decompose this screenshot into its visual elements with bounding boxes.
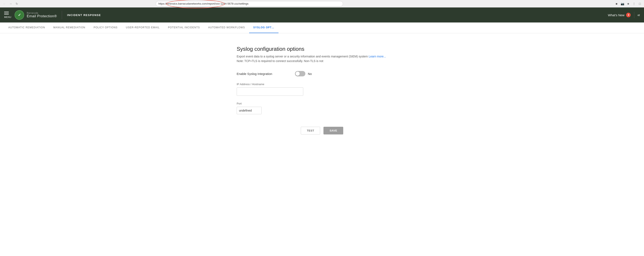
content-inner: Syslog configuration options Export even… bbox=[228, 46, 416, 134]
whats-new-label: What's New bbox=[608, 13, 625, 17]
learn-more-link[interactable]: Learn more... bbox=[368, 55, 386, 58]
menu-button[interactable]: MENU bbox=[4, 12, 11, 18]
tab-automatic-remediation[interactable]: AUTOMATIC REMEDIATION bbox=[4, 22, 49, 33]
extension-icon-3[interactable]: ⋮ bbox=[632, 2, 636, 6]
refresh-button[interactable]: ↻ bbox=[14, 2, 19, 6]
page-description: Export event data to a syslog server or … bbox=[237, 55, 407, 58]
section-label: INCIDENT RESPONSE bbox=[67, 14, 101, 17]
header-divider bbox=[62, 11, 62, 19]
header-right-divider bbox=[634, 12, 634, 18]
url-text: https://forensics.barracudanetworks.com/… bbox=[158, 2, 248, 5]
port-input[interactable] bbox=[237, 107, 262, 114]
header-right: What's New 3 et bbox=[608, 12, 640, 18]
save-button[interactable]: SAVE bbox=[324, 127, 343, 134]
brand-name: Barracuda bbox=[27, 12, 57, 14]
user-initial[interactable]: et bbox=[638, 14, 640, 17]
logo-text: Barracuda Email Protection® bbox=[27, 12, 57, 18]
app-header: MENU ✓ Barracuda Email Protection® INCID… bbox=[0, 8, 644, 22]
logo-area: ✓ Barracuda Email Protection® bbox=[14, 10, 57, 20]
enable-syslog-row: Enable Syslog Integration No bbox=[237, 71, 407, 76]
ip-input[interactable] bbox=[237, 88, 303, 96]
ip-field-group: IP Address / Hostname bbox=[237, 83, 407, 96]
action-buttons: TEST SAVE bbox=[237, 127, 407, 134]
port-field-group: Port bbox=[237, 102, 407, 114]
extension-icon-2[interactable]: ★ bbox=[626, 2, 630, 6]
page-desc-text: Export event data to a syslog server or … bbox=[237, 55, 368, 58]
port-label: Port bbox=[237, 102, 407, 105]
tab-user-reported-email[interactable]: USER-REPORTED EMAIL bbox=[122, 22, 164, 33]
toggle-state-label: No bbox=[308, 72, 312, 76]
nav-tabs: AUTOMATIC REMEDIATION MANUAL REMEDIATION… bbox=[0, 22, 644, 33]
maximize-icon[interactable]: □ bbox=[638, 2, 642, 6]
test-button[interactable]: TEST bbox=[301, 127, 320, 134]
logo-checkmark: ✓ bbox=[18, 13, 21, 17]
toggle-container: No bbox=[295, 71, 312, 76]
tab-policy-options[interactable]: POLICY OPTIONS bbox=[90, 22, 122, 33]
tab-syslog-options[interactable]: SYSLOG OPT… bbox=[249, 22, 278, 33]
page-title: Syslog configuration options bbox=[237, 46, 407, 52]
ip-label: IP Address / Hostname bbox=[237, 83, 407, 86]
menu-label: MENU bbox=[4, 16, 11, 18]
syslog-toggle[interactable] bbox=[295, 71, 305, 76]
enable-syslog-label: Enable Syslog Integration bbox=[237, 72, 295, 76]
page-content: Syslog configuration options Export even… bbox=[0, 33, 644, 256]
logo-icon: ✓ bbox=[14, 10, 24, 20]
tab-potential-incidents[interactable]: POTENTIAL INCIDENTS bbox=[164, 22, 204, 33]
whats-new-badge: 3 bbox=[626, 13, 631, 17]
extension-icon-1[interactable]: ■ bbox=[614, 2, 618, 6]
tab-manual-remediation[interactable]: MANUAL REMEDIATION bbox=[49, 22, 89, 33]
page-note: Note: TCP+TLS is required to connect suc… bbox=[237, 59, 407, 63]
product-name: Email Protection® bbox=[27, 14, 57, 18]
toggle-knob bbox=[296, 72, 300, 76]
camera-icon[interactable]: 📷 bbox=[620, 2, 624, 6]
address-bar[interactable]: https://forensics.barracudanetworks.com/… bbox=[156, 1, 343, 6]
tab-automated-workflows[interactable]: AUTOMATED WORKFLOWS bbox=[204, 22, 249, 33]
whats-new-button[interactable]: What's New 3 bbox=[608, 13, 631, 17]
browser-icons: ■ 📷 ★ ⋮ □ bbox=[614, 2, 642, 6]
back-button[interactable]: ← bbox=[2, 2, 7, 6]
forward-button[interactable]: → bbox=[8, 2, 13, 6]
browser-chrome: ← → ↻ https://forensics.barracudanetwork… bbox=[0, 0, 644, 8]
